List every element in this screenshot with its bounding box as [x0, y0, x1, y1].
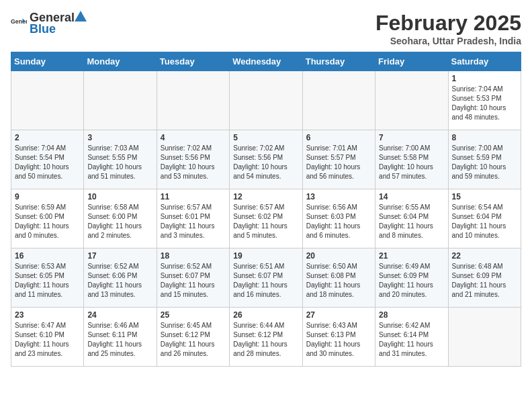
calendar-day-cell: 27Sunrise: 6:43 AM Sunset: 6:13 PM Dayli… [302, 308, 375, 367]
calendar-title: February 2025 [375, 11, 521, 36]
day-number: 26 [233, 310, 298, 320]
calendar-day-cell: 23Sunrise: 6:47 AM Sunset: 6:10 PM Dayli… [11, 308, 84, 367]
page-header: General General Blue February 2025 Seoha… [11, 11, 521, 46]
calendar-day-cell: 22Sunrise: 6:48 AM Sunset: 6:09 PM Dayli… [448, 248, 521, 308]
calendar-day-cell: 17Sunrise: 6:52 AM Sunset: 6:06 PM Dayli… [84, 248, 157, 308]
day-number: 24 [87, 310, 152, 320]
day-info: Sunrise: 6:47 AM Sunset: 6:10 PM Dayligh… [15, 321, 80, 359]
calendar-day-cell: 16Sunrise: 6:53 AM Sunset: 6:05 PM Dayli… [11, 248, 84, 308]
calendar-location: Seohara, Uttar Pradesh, India [375, 36, 521, 46]
day-number: 2 [15, 133, 80, 142]
weekday-header-sunday: Sunday [11, 52, 84, 71]
calendar-day-cell: 18Sunrise: 6:52 AM Sunset: 6:07 PM Dayli… [157, 248, 229, 308]
day-info: Sunrise: 6:44 AM Sunset: 6:12 PM Dayligh… [233, 321, 298, 359]
day-number: 25 [161, 310, 226, 320]
day-number: 14 [379, 192, 444, 201]
calendar-week-row: 23Sunrise: 6:47 AM Sunset: 6:10 PM Dayli… [11, 308, 521, 367]
calendar-day-cell: 10Sunrise: 6:58 AM Sunset: 6:00 PM Dayli… [84, 189, 157, 248]
calendar-table: SundayMondayTuesdayWednesdayThursdayFrid… [11, 52, 521, 367]
day-info: Sunrise: 6:58 AM Sunset: 6:00 PM Dayligh… [87, 203, 152, 240]
svg-marker-1 [75, 11, 87, 21]
day-info: Sunrise: 7:03 AM Sunset: 5:55 PM Dayligh… [87, 144, 152, 181]
calendar-day-cell [375, 71, 448, 130]
day-info: Sunrise: 6:53 AM Sunset: 6:05 PM Dayligh… [15, 262, 80, 300]
calendar-day-cell: 19Sunrise: 6:51 AM Sunset: 6:07 PM Dayli… [230, 248, 302, 308]
day-info: Sunrise: 7:01 AM Sunset: 5:57 PM Dayligh… [306, 144, 371, 181]
day-number: 12 [233, 192, 298, 201]
day-number: 4 [161, 133, 226, 142]
calendar-day-cell [157, 71, 229, 130]
calendar-day-cell: 28Sunrise: 6:42 AM Sunset: 6:14 PM Dayli… [375, 308, 448, 367]
day-number: 13 [306, 192, 371, 201]
logo: General General Blue [11, 11, 87, 36]
day-number: 17 [87, 251, 152, 261]
weekday-header-monday: Monday [84, 52, 157, 71]
day-info: Sunrise: 7:04 AM Sunset: 5:54 PM Dayligh… [15, 144, 80, 181]
day-info: Sunrise: 6:43 AM Sunset: 6:13 PM Dayligh… [306, 321, 371, 359]
day-number: 11 [161, 192, 226, 201]
day-number: 28 [379, 310, 444, 320]
day-number: 18 [161, 251, 226, 261]
weekday-header-tuesday: Tuesday [157, 52, 229, 71]
calendar-week-row: 2Sunrise: 7:04 AM Sunset: 5:54 PM Daylig… [11, 130, 521, 189]
day-info: Sunrise: 6:56 AM Sunset: 6:03 PM Dayligh… [306, 203, 371, 240]
calendar-day-cell [448, 308, 521, 367]
day-info: Sunrise: 6:57 AM Sunset: 6:02 PM Dayligh… [233, 203, 298, 240]
weekday-header-friday: Friday [375, 52, 448, 71]
logo-triangle-icon [75, 11, 87, 21]
day-info: Sunrise: 6:42 AM Sunset: 6:14 PM Dayligh… [379, 321, 444, 359]
weekday-header-thursday: Thursday [302, 52, 375, 71]
logo-icon: General [11, 17, 27, 30]
calendar-day-cell [230, 71, 302, 130]
calendar-day-cell: 6Sunrise: 7:01 AM Sunset: 5:57 PM Daylig… [302, 130, 375, 189]
calendar-day-cell: 13Sunrise: 6:56 AM Sunset: 6:03 PM Dayli… [302, 189, 375, 248]
day-info: Sunrise: 6:57 AM Sunset: 6:01 PM Dayligh… [161, 203, 226, 240]
day-number: 3 [87, 133, 152, 142]
calendar-day-cell: 8Sunrise: 7:00 AM Sunset: 5:59 PM Daylig… [448, 130, 521, 189]
day-number: 1 [452, 74, 517, 83]
day-info: Sunrise: 6:50 AM Sunset: 6:08 PM Dayligh… [306, 262, 371, 300]
day-info: Sunrise: 7:00 AM Sunset: 5:59 PM Dayligh… [452, 144, 517, 181]
calendar-day-cell: 11Sunrise: 6:57 AM Sunset: 6:01 PM Dayli… [157, 189, 229, 248]
day-number: 8 [452, 133, 517, 142]
day-number: 21 [379, 251, 444, 261]
day-info: Sunrise: 6:59 AM Sunset: 6:00 PM Dayligh… [15, 203, 80, 240]
calendar-day-cell: 15Sunrise: 6:54 AM Sunset: 6:04 PM Dayli… [448, 189, 521, 248]
calendar-day-cell: 4Sunrise: 7:02 AM Sunset: 5:56 PM Daylig… [157, 130, 229, 189]
day-number: 19 [233, 251, 298, 261]
calendar-day-cell [302, 71, 375, 130]
weekday-header-row: SundayMondayTuesdayWednesdayThursdayFrid… [11, 52, 521, 71]
day-number: 23 [15, 310, 80, 320]
calendar-day-cell: 14Sunrise: 6:55 AM Sunset: 6:04 PM Dayli… [375, 189, 448, 248]
calendar-day-cell: 1Sunrise: 7:04 AM Sunset: 5:53 PM Daylig… [448, 71, 521, 130]
calendar-week-row: 16Sunrise: 6:53 AM Sunset: 6:05 PM Dayli… [11, 248, 521, 308]
day-info: Sunrise: 6:55 AM Sunset: 6:04 PM Dayligh… [379, 203, 444, 240]
calendar-day-cell: 24Sunrise: 6:46 AM Sunset: 6:11 PM Dayli… [84, 308, 157, 367]
day-number: 5 [233, 133, 298, 142]
calendar-day-cell [84, 71, 157, 130]
day-number: 10 [87, 192, 152, 201]
day-info: Sunrise: 6:46 AM Sunset: 6:11 PM Dayligh… [87, 321, 152, 359]
calendar-week-row: 1Sunrise: 7:04 AM Sunset: 5:53 PM Daylig… [11, 71, 521, 130]
day-info: Sunrise: 6:49 AM Sunset: 6:09 PM Dayligh… [379, 262, 444, 300]
title-block: February 2025 Seohara, Uttar Pradesh, In… [375, 11, 521, 46]
weekday-header-wednesday: Wednesday [230, 52, 302, 71]
calendar-week-row: 9Sunrise: 6:59 AM Sunset: 6:00 PM Daylig… [11, 189, 521, 248]
day-info: Sunrise: 6:54 AM Sunset: 6:04 PM Dayligh… [452, 203, 517, 240]
day-info: Sunrise: 7:00 AM Sunset: 5:58 PM Dayligh… [379, 144, 444, 181]
day-number: 6 [306, 133, 371, 142]
calendar-day-cell: 9Sunrise: 6:59 AM Sunset: 6:00 PM Daylig… [11, 189, 84, 248]
day-info: Sunrise: 7:02 AM Sunset: 5:56 PM Dayligh… [161, 144, 226, 181]
calendar-day-cell: 12Sunrise: 6:57 AM Sunset: 6:02 PM Dayli… [230, 189, 302, 248]
day-number: 22 [452, 251, 517, 261]
calendar-day-cell: 26Sunrise: 6:44 AM Sunset: 6:12 PM Dayli… [230, 308, 302, 367]
calendar-day-cell: 5Sunrise: 7:02 AM Sunset: 5:56 PM Daylig… [230, 130, 302, 189]
day-info: Sunrise: 6:51 AM Sunset: 6:07 PM Dayligh… [233, 262, 298, 300]
day-number: 7 [379, 133, 444, 142]
calendar-day-cell: 21Sunrise: 6:49 AM Sunset: 6:09 PM Dayli… [375, 248, 448, 308]
day-info: Sunrise: 7:04 AM Sunset: 5:53 PM Dayligh… [452, 85, 517, 122]
calendar-day-cell: 25Sunrise: 6:45 AM Sunset: 6:12 PM Dayli… [157, 308, 229, 367]
day-info: Sunrise: 6:52 AM Sunset: 6:06 PM Dayligh… [87, 262, 152, 300]
day-number: 15 [452, 192, 517, 201]
day-number: 9 [15, 192, 80, 201]
